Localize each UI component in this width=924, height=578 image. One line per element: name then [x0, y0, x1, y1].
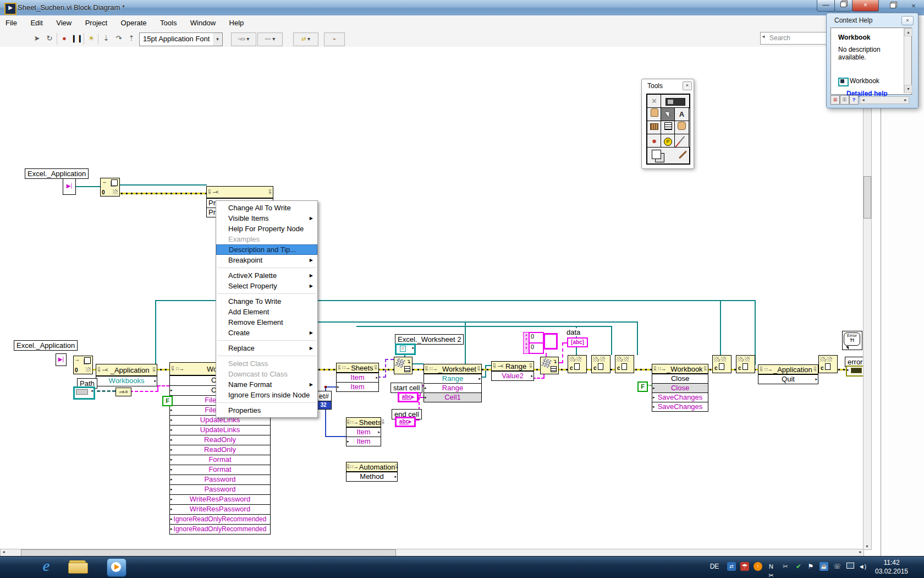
distribute-objects-dropdown[interactable]: ▫▫▫ ▾ [257, 32, 283, 46]
tray-update-icon[interactable]: ↑ [754, 562, 762, 571]
breakpoint-tool-icon[interactable]: ● [647, 134, 662, 148]
close-button[interactable]: × [852, 0, 879, 12]
menu-item-name-format[interactable]: Name Format▶ [216, 379, 317, 390]
automation-refnum-constant[interactable]: ▶| [56, 353, 67, 366]
search-collapse-arrow[interactable]: ◄ [761, 34, 766, 39]
range-property-node[interactable]: 🗋?!–<Range🗋?! Value2 [491, 361, 534, 381]
menu-project[interactable]: Project [80, 15, 113, 31]
tray-sync-icon[interactable]: ✂ [781, 562, 790, 571]
application-property-node[interactable]: 🗋?!–<_Application🗋?! Workbooks [96, 364, 157, 386]
simple-error-handler-node[interactable]: Error ?! [842, 331, 862, 350]
tools-palette-close-button[interactable]: × [683, 81, 692, 90]
worksheet-property-node[interactable]: 🗋?!∷→_Worksheet🗋?! Range Range Cell1 [424, 364, 482, 402]
index-constant-0b[interactable]: 0 [529, 342, 544, 354]
property-row[interactable]: Value2 [492, 371, 534, 380]
property-row[interactable]: Cell1 [424, 392, 481, 402]
wmp-taskbar-icon[interactable] [107, 558, 127, 577]
font-selector[interactable]: 15pt Application Font [139, 32, 217, 46]
data-string-indicator[interactable]: [abc] [567, 337, 588, 347]
invoke-row[interactable]: IgnoreReadOnlyRecommended [170, 524, 270, 534]
label-excel-application-top[interactable]: Excel._Application [25, 168, 89, 179]
abort-button[interactable]: ● [58, 32, 70, 45]
scroll-right-icon[interactable]: ► [859, 550, 862, 554]
automation-open-node[interactable]: → 0 [100, 178, 120, 197]
workbook-invoke-node[interactable]: 🗋?!∷→_Workbook🗋?! Close Close SaveChange… [652, 364, 708, 412]
language-indicator[interactable]: DE [708, 562, 721, 571]
tray-flag-icon[interactable]: ⚑ [806, 562, 815, 571]
close-reference-node[interactable]: /c [712, 355, 732, 373]
menu-item-replace[interactable]: Replace▶ [216, 343, 317, 353]
sheets-invoke-node-2[interactable]: 🗋?!∷→Sheets🗋?! Item Item [346, 417, 381, 446]
probe-tool-icon[interactable]: P [661, 134, 675, 148]
menu-item-remove-element[interactable]: Remove Element [216, 317, 317, 328]
variant-to-data-node-2[interactable]: ↴ [540, 357, 559, 374]
step-over-button[interactable]: ↷ [113, 32, 125, 45]
menu-view[interactable]: View [51, 15, 77, 31]
invoke-row[interactable]: Password [170, 475, 270, 484]
close-reference-node[interactable]: /c [615, 355, 634, 373]
lock-help-button[interactable]: ⊞ [831, 95, 840, 105]
close-reference-node[interactable]: /c [818, 355, 838, 373]
font-selector-arrow[interactable]: ▾ [213, 32, 223, 46]
invoke-row[interactable]: Format [170, 465, 270, 475]
align-objects-dropdown[interactable]: ▫▭ ▾ [231, 32, 256, 46]
invoke-row[interactable]: SaveChanges [652, 392, 708, 402]
scroll-down-icon[interactable]: ▼ [865, 544, 869, 548]
path-to-string-node[interactable]: ▱a-b [116, 388, 131, 396]
auto-tool-switch-icon[interactable] [661, 94, 690, 108]
invoke-row[interactable]: ReadOnly [170, 435, 270, 445]
worksheet-refnum-control[interactable]: 🗋 ▸ [395, 343, 416, 355]
menu-item-change-to-write[interactable]: Change To Write [216, 296, 317, 307]
background-close-button[interactable]: × [905, 1, 922, 11]
tray-teamviewer-icon[interactable]: ⇄ [727, 562, 736, 571]
scroll-left-icon[interactable]: ◄ [2, 550, 6, 554]
invoke-row[interactable]: WriteResPassword [170, 494, 270, 504]
invoke-row[interactable]: Item [337, 373, 378, 382]
scroll-hand-tool-icon[interactable] [674, 121, 689, 135]
scroll-down-icon[interactable]: ▼ [904, 85, 912, 93]
invoke-row[interactable]: Item [337, 382, 378, 391]
maximize-button[interactable] [834, 0, 853, 12]
invoke-row[interactable]: Close [652, 383, 708, 392]
vertical-scrollbar-thumb[interactable] [864, 176, 871, 219]
error-out-indicator[interactable]: ▸ [846, 366, 865, 377]
automation-invoke-node[interactable]: 🗋?!∷→Automation🗋?! Method [346, 462, 398, 482]
close-reference-node[interactable]: /c [736, 355, 755, 373]
invoke-row[interactable]: WriteResPassword [170, 504, 270, 514]
tray-java-icon[interactable]: ☕ [820, 562, 828, 571]
menu-item-select-property[interactable]: Select Property▶ [216, 281, 317, 291]
background-restore-button[interactable] [884, 1, 901, 11]
automation-refnum-constant[interactable]: ▶| [63, 178, 76, 195]
end-cell-string-control[interactable]: abc▸ [395, 417, 416, 427]
false-constant[interactable]: F [162, 396, 173, 406]
resize-reorder-dropdown[interactable]: ⇄ ▾ [293, 32, 318, 46]
menu-item-help-for-property-node[interactable]: Help For Property Node [216, 223, 317, 234]
label-data[interactable]: data [566, 328, 580, 336]
step-out-button[interactable]: ⇡ [125, 32, 138, 45]
tray-snipping-icon[interactable]: N✂ [767, 562, 776, 571]
invoke-row[interactable]: Password [170, 484, 270, 494]
label-sheet-number-partial[interactable]: et# [316, 391, 332, 401]
simple-diagram-help-button[interactable]: ⚿ [840, 95, 849, 105]
vertical-scrollbar[interactable]: ▲ ▼ [863, 47, 872, 550]
position-tool-icon[interactable] [661, 107, 675, 122]
automation-open-node[interactable]: → 0 [73, 356, 93, 374]
property-row[interactable]: Range [424, 383, 481, 392]
application-invoke-node[interactable]: 🗋?!∷→_Application🗋?! Quit [758, 364, 818, 384]
ie-taskbar-icon[interactable]: e [34, 557, 58, 577]
tray-security-check-icon[interactable]: ✔ [794, 562, 803, 571]
run-button[interactable]: ➤ [31, 32, 43, 45]
menu-window[interactable]: Window [185, 15, 221, 31]
help-hscrollbar[interactable]: ◄ ► [860, 96, 909, 104]
invoke-row[interactable]: Quit [758, 374, 818, 384]
taskbar-clock[interactable]: 11:42 03.02.2015 [872, 558, 911, 576]
explorer-taskbar-icon[interactable] [67, 560, 89, 575]
sheets-invoke-node-1[interactable]: 🗋?!∷→Sheets🗋?! Item Item [336, 363, 379, 392]
close-reference-node[interactable]: /c [591, 355, 610, 373]
label-excel-application-bottom[interactable]: Excel._Application [14, 340, 78, 351]
menu-item-add-element[interactable]: Add Element [216, 307, 317, 317]
invoke-row[interactable]: Item [346, 437, 381, 446]
tray-display-icon[interactable] [846, 562, 855, 571]
invoke-row[interactable]: ReadOnly [170, 445, 270, 455]
menu-item-breakpoint[interactable]: Breakpoint▶ [216, 255, 317, 265]
